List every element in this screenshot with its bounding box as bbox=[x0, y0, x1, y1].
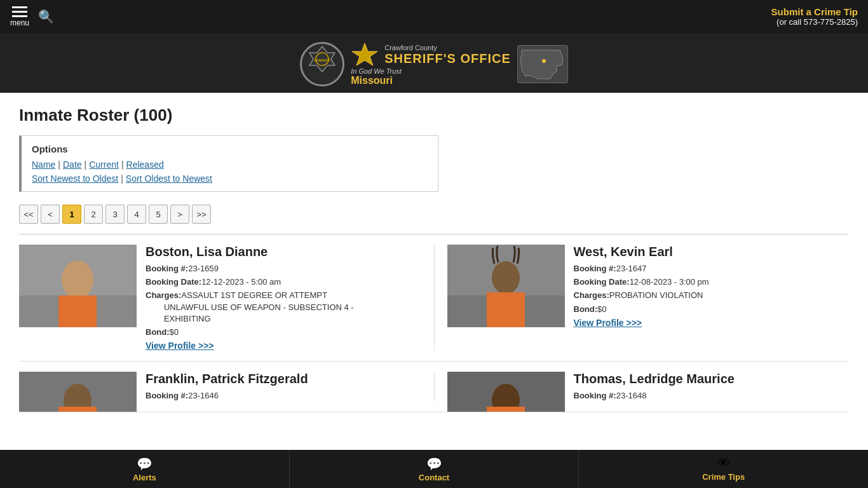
site-header: SHERIFF Crawford County SHERIFF'S OFFICE… bbox=[0, 33, 868, 93]
page-5[interactable]: 5 bbox=[149, 205, 168, 224]
svg-rect-22 bbox=[487, 407, 525, 412]
filter-name[interactable]: Name bbox=[32, 159, 55, 170]
page-3[interactable]: 3 bbox=[105, 205, 125, 224]
page-last[interactable]: >> bbox=[192, 205, 211, 224]
charges-west: Charges:PROBATION VIOLATION bbox=[574, 290, 850, 301]
booking-num-west: Booking #:23-1647 bbox=[574, 263, 850, 274]
state-label: Missouri bbox=[351, 75, 393, 86]
options-box: Options Name | Date | Current | Released… bbox=[19, 135, 438, 192]
filter-links: Name | Date | Current | Released bbox=[32, 159, 428, 170]
thomas-photo-svg bbox=[447, 372, 565, 412]
sort-oldest[interactable]: Sort Oldest to Newest bbox=[126, 173, 212, 184]
svg-point-16 bbox=[494, 262, 517, 288]
missouri-map bbox=[517, 45, 568, 83]
page-4[interactable]: 4 bbox=[127, 205, 146, 224]
booking-num-boston: Booking #:23-1659 bbox=[146, 263, 421, 274]
inmate-row: Boston, Lisa Dianne Booking #:23-1659 Bo… bbox=[19, 234, 849, 362]
svg-point-6 bbox=[542, 59, 546, 63]
view-profile-boston[interactable]: View Profile >>> bbox=[146, 341, 421, 351]
booking-num-franklin: Booking #:23-1646 bbox=[146, 390, 421, 402]
crime-tips-icon: 👁 bbox=[717, 456, 730, 463]
mo-map-svg bbox=[519, 47, 566, 82]
view-profile-west[interactable]: View Profile >>> bbox=[574, 318, 850, 328]
svg-marker-5 bbox=[520, 50, 563, 79]
motto-label: In God We Trust bbox=[351, 67, 402, 75]
page-next[interactable]: > bbox=[170, 205, 189, 224]
bottom-nav: 💬 Alerts 💬 Contact 👁 Crime Tips bbox=[0, 450, 868, 463]
top-bar-right: Submit a Crime Tip (or call 573-775-2825… bbox=[771, 6, 858, 27]
page-first[interactable]: << bbox=[19, 205, 38, 224]
inmate-name-thomas: Thomas, Ledridge Maurice bbox=[574, 372, 850, 386]
bond-boston: Bond:$0 bbox=[146, 327, 421, 338]
west-photo-svg bbox=[447, 245, 565, 327]
sort-links: Sort Newest to Oldest | Sort Oldest to N… bbox=[32, 173, 428, 184]
alerts-icon: 💬 bbox=[137, 456, 153, 464]
svg-point-11 bbox=[65, 262, 90, 290]
sheriff-text-logo: Crawford County SHERIFF'S OFFICE In God … bbox=[351, 42, 511, 86]
franklin-photo-svg bbox=[19, 372, 137, 412]
page-2[interactable]: 2 bbox=[84, 205, 103, 224]
search-button[interactable]: 🔍 bbox=[38, 9, 54, 24]
nav-alerts[interactable]: 💬 Alerts bbox=[0, 450, 290, 463]
hamburger-icon bbox=[12, 6, 27, 17]
inmate-info-boston: Boston, Lisa Dianne Booking #:23-1659 Bo… bbox=[146, 245, 421, 351]
inmate-name-boston: Boston, Lisa Dianne bbox=[146, 245, 421, 259]
svg-text:SHERIFF: SHERIFF bbox=[314, 58, 330, 62]
inmate-west: West, Kevin Earl Booking #:23-1647 Booki… bbox=[434, 245, 850, 351]
booking-date-boston: Booking Date:12-12-2023 - 5:00 am bbox=[146, 276, 421, 288]
inmate-photo-franklin bbox=[19, 372, 137, 412]
svg-rect-10 bbox=[58, 295, 97, 327]
inmate-info-thomas: Thomas, Ledridge Maurice Booking #:23-16… bbox=[574, 372, 850, 402]
charges-boston: Charges:ASSAULT 1ST DEGREE OR ATTEMPT UN… bbox=[146, 290, 421, 325]
crime-tip-label[interactable]: Submit a Crime Tip bbox=[771, 6, 858, 17]
svg-rect-19 bbox=[58, 407, 97, 412]
pagination: << < 1 2 3 4 5 > >> bbox=[19, 205, 849, 224]
page-title: Inmate Roster (100) bbox=[19, 105, 849, 125]
options-title: Options bbox=[32, 144, 428, 154]
page-prev[interactable]: < bbox=[41, 205, 60, 224]
menu-button[interactable]: menu bbox=[10, 6, 29, 27]
nav-crime-tips[interactable]: 👁 Crime Tips bbox=[579, 450, 868, 463]
inmate-photo-thomas bbox=[447, 372, 565, 412]
phone-label: (or call 573-775-2825) bbox=[771, 17, 858, 27]
inmate-row-2: Franklin, Patrick Fitzgerald Booking #:2… bbox=[19, 362, 849, 412]
sheriff-badge: SHERIFF bbox=[300, 42, 344, 86]
nav-contact[interactable]: 💬 Contact bbox=[290, 450, 580, 463]
bond-west: Bond:$0 bbox=[574, 304, 850, 315]
menu-label: menu bbox=[10, 18, 29, 27]
inmate-info-franklin: Franklin, Patrick Fitzgerald Booking #:2… bbox=[146, 372, 421, 402]
inmate-boston: Boston, Lisa Dianne Booking #:23-1659 Bo… bbox=[19, 245, 434, 351]
inmate-info-west: West, Kevin Earl Booking #:23-1647 Booki… bbox=[574, 245, 850, 351]
top-bar: menu 🔍 Submit a Crime Tip (or call 573-7… bbox=[0, 0, 868, 33]
inmate-franklin: Franklin, Patrick Fitzgerald Booking #:2… bbox=[19, 372, 434, 402]
booking-date-west: Booking Date:12-08-2023 - 3:00 pm bbox=[574, 276, 850, 288]
boston-photo-svg bbox=[19, 245, 137, 327]
inmate-photo-west bbox=[447, 245, 565, 327]
filter-date[interactable]: Date bbox=[63, 159, 82, 170]
search-icon: 🔍 bbox=[38, 10, 54, 24]
filter-current[interactable]: Current bbox=[89, 159, 119, 170]
inmate-photo-boston bbox=[19, 245, 137, 327]
inmate-name-west: West, Kevin Earl bbox=[574, 245, 850, 259]
county-label: Crawford County bbox=[384, 44, 511, 51]
logo-area: SHERIFF Crawford County SHERIFF'S OFFICE… bbox=[300, 42, 568, 86]
main-content: Inmate Roster (100) Options Name | Date … bbox=[0, 93, 868, 463]
sheriff-star-icon bbox=[351, 42, 379, 67]
filter-released[interactable]: Released bbox=[126, 159, 164, 170]
page-1[interactable]: 1 bbox=[62, 205, 81, 224]
contact-icon: 💬 bbox=[426, 456, 442, 464]
inmate-list: Boston, Lisa Dianne Booking #:23-1659 Bo… bbox=[19, 234, 849, 412]
inmate-name-franklin: Franklin, Patrick Fitzgerald bbox=[146, 372, 421, 386]
sort-newest[interactable]: Sort Newest to Oldest bbox=[32, 173, 118, 184]
office-label: SHERIFF'S OFFICE bbox=[384, 51, 511, 66]
top-bar-left: menu 🔍 bbox=[10, 6, 54, 27]
svg-rect-15 bbox=[487, 292, 525, 327]
inmate-thomas: Thomas, Ledridge Maurice Booking #:23-16… bbox=[434, 372, 850, 402]
booking-num-thomas: Booking #:23-1648 bbox=[574, 390, 850, 402]
